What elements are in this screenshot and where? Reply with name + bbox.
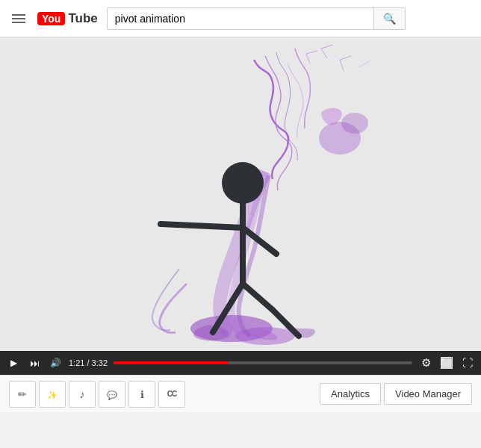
search-input[interactable] (108, 8, 373, 29)
volume-icon: 🔊 (49, 357, 61, 369)
pencil-icon (18, 388, 27, 400)
enhance-button[interactable] (39, 381, 66, 408)
controls-bar: ⏭ 🔊 1:21 / 3:32 ⚙ ⬜ ⛶ (0, 351, 481, 375)
settings-button[interactable]: ⚙ (418, 355, 433, 370)
analytics-button[interactable]: Analytics (320, 383, 381, 405)
svg-point-4 (341, 113, 368, 134)
theater-button[interactable]: ⬜ (439, 355, 454, 370)
fullscreen-icon: ⛶ (462, 357, 474, 369)
volume-button[interactable]: 🔊 (48, 355, 63, 370)
music-icon (80, 388, 85, 400)
annotations-button[interactable] (99, 381, 125, 408)
theater-icon: ⬜ (441, 357, 453, 369)
total-time: 3:32 (92, 358, 108, 367)
current-time: 1:21 (69, 358, 84, 367)
menu-button[interactable] (9, 11, 28, 26)
search-icon: 🔍 (383, 13, 396, 25)
video-frame (0, 37, 481, 351)
info-icon (140, 388, 144, 400)
settings-icon: ⚙ (420, 357, 432, 369)
bubble-icon (107, 388, 117, 400)
search-button[interactable]: 🔍 (373, 8, 405, 29)
captions-button[interactable]: CC (158, 381, 185, 408)
yt-icon: You (37, 12, 65, 25)
cc-icon: CC (167, 390, 176, 398)
stick-head (222, 162, 264, 204)
play-button[interactable] (6, 355, 21, 370)
audio-button[interactable] (69, 381, 96, 408)
bottom-toolbar: CC Analytics Video Manager (0, 375, 481, 412)
analytics-label: Analytics (331, 388, 370, 399)
progress-area[interactable] (114, 351, 412, 375)
video-manager-button[interactable]: Video Manager (384, 383, 472, 405)
video-wrapper: ⏭ 🔊 1:21 / 3:32 ⚙ ⬜ ⛶ (0, 37, 481, 375)
skip-button[interactable]: ⏭ (27, 355, 42, 370)
edit-button[interactable] (9, 381, 36, 408)
youtube-logo[interactable]: You Tube (37, 11, 98, 26)
header: You Tube 🔍 (0, 0, 481, 37)
play-icon (7, 357, 19, 369)
wand-icon (47, 388, 58, 400)
info-button[interactable] (128, 381, 155, 408)
skip-icon: ⏭ (28, 357, 40, 369)
fullscreen-button[interactable]: ⛶ (460, 355, 475, 370)
progress-track[interactable] (114, 361, 412, 364)
video-canvas[interactable] (0, 37, 481, 351)
search-bar: 🔍 (107, 7, 406, 30)
progress-fill (114, 361, 229, 364)
time-display: 1:21 / 3:32 (69, 358, 108, 367)
video-manager-label: Video Manager (395, 388, 461, 399)
svg-line-6 (161, 224, 243, 228)
